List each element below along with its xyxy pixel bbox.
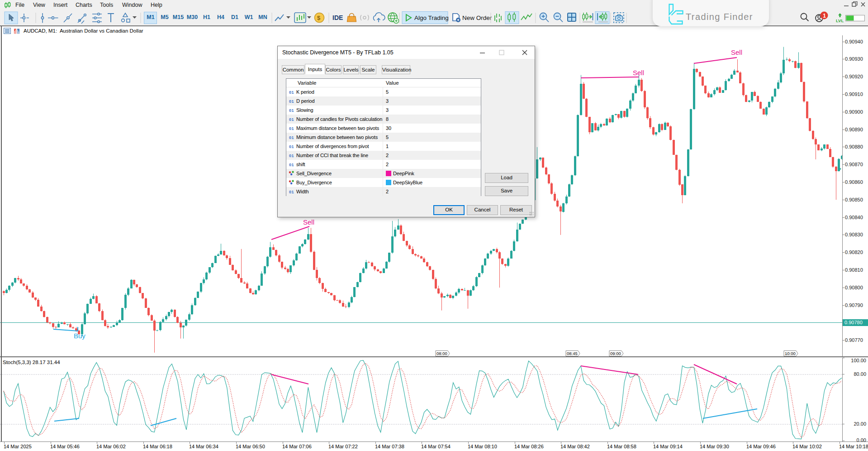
svg-text:IDE: IDE bbox=[332, 14, 343, 21]
svg-text:Sell: Sell bbox=[633, 69, 644, 77]
svg-text:$: $ bbox=[317, 14, 321, 21]
svg-text:Algo Trading: Algo Trading bbox=[414, 14, 449, 21]
svg-text:08:00: 08:00 bbox=[436, 351, 447, 356]
svg-text:Sell: Sell bbox=[731, 48, 742, 56]
svg-text:10:00: 10:00 bbox=[785, 351, 796, 356]
svg-text:Sell: Sell bbox=[303, 218, 314, 226]
svg-text:LVL: LVL bbox=[836, 18, 844, 23]
svg-text:08:45: 08:45 bbox=[567, 351, 578, 356]
svg-text:New Order: New Order bbox=[462, 14, 492, 21]
svg-text:09:00: 09:00 bbox=[610, 351, 621, 356]
svg-text:1: 1 bbox=[823, 13, 826, 19]
svg-text:Buy: Buy bbox=[74, 332, 85, 340]
